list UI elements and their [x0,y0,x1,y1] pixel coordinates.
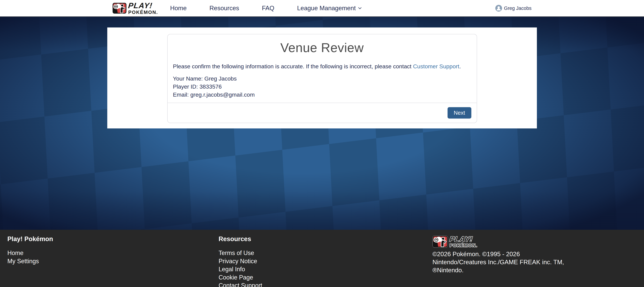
user-avatar-icon [495,5,502,11]
footer-link-my-settings[interactable]: My Settings [8,257,214,266]
nav-link-league-management-label: League Management [297,5,356,12]
copyright-notice: ©2026 Pokémon. ©1995 - 2026 Nintendo/Cre… [432,250,644,274]
venue-review-card-body: Venue Review Please confirm the followin… [168,34,477,103]
copyright-line-2: Nintendo/Creatures Inc./GAME FREAK inc. … [432,258,644,266]
copyright-line-1: ©2026 Pokémon. ©1995 - 2026 [432,250,644,258]
customer-support-link[interactable]: Customer Support [413,63,459,69]
nav-link-home[interactable]: Home [170,5,187,12]
footer-link-home[interactable]: Home [8,249,214,257]
footer-column-play-pokemon: Play! Pokémon Home My Settings [0,236,214,287]
nav-link-league-management[interactable]: League Management [297,5,362,12]
nav-link-resources[interactable]: Resources [210,5,239,12]
footer-heading-resources: Resources [218,236,429,243]
email-line: Email: greg.r.jacobs@gmail.com [173,91,471,99]
footer-column-resources: Resources Terms of Use Privacy Notice Le… [214,236,429,287]
main-area: Venue Review Please confirm the followin… [0,17,644,230]
footer-link-terms-of-use[interactable]: Terms of Use [218,249,429,257]
brand-pokemon-text: POKÉMON. [128,10,158,15]
footer-play-pokemon-wordmark: PLAY! POKÉMON. [450,236,478,248]
footer-play-pokemon-logo: PLAY! POKÉMON. [432,236,644,248]
nav-link-faq[interactable]: FAQ [262,5,274,12]
player-id-line: Player ID: 3833576 [173,82,471,91]
content-panel: Venue Review Please confirm the followin… [107,27,537,128]
instructions-text: Please confirm the following information… [173,63,413,69]
chevron-down-icon [358,6,362,10]
footer-brand-pokemon-text: POKÉMON. [450,243,478,248]
instructions-period: . [459,63,461,69]
play-pokemon-wordmark: PLAY! POKÉMON. [128,2,158,15]
copyright-line-3: ®Nintendo. [432,266,644,274]
footer-brand-play-text: PLAY! [449,236,478,243]
page-footer: Play! Pokémon Home My Settings Resources… [0,230,644,287]
your-name-line: Your Name: Greg Jacobs [173,74,471,82]
play-pokemon-logo-icon [112,3,126,14]
top-navbar: PLAY! POKÉMON. Home Resources FAQ League… [0,0,644,17]
next-button[interactable]: Next [448,107,471,119]
brand-play-text: PLAY! [128,2,158,9]
footer-link-privacy-notice[interactable]: Privacy Notice [218,257,429,266]
page-title: Venue Review [173,40,471,55]
footer-link-contact-support[interactable]: Contact Support [218,282,429,287]
footer-column-brand: PLAY! POKÉMON. ©2026 Pokémon. ©1995 - 20… [429,236,644,287]
footer-link-legal-info[interactable]: Legal Info [218,265,429,274]
venue-review-card-footer: Next [168,103,477,123]
confirmation-instructions: Please confirm the following information… [173,63,471,70]
user-menu[interactable]: Greg Jacobs [495,5,532,11]
user-name: Greg Jacobs [504,5,532,11]
footer-link-cookie-page[interactable]: Cookie Page [218,274,429,282]
venue-review-card: Venue Review Please confirm the followin… [167,34,477,123]
footer-heading-play-pokemon: Play! Pokémon [8,236,214,243]
play-pokemon-logo[interactable]: PLAY! POKÉMON. [112,2,158,15]
main-nav: Home Resources FAQ League Management [170,5,362,12]
footer-play-pokemon-logo-icon [432,236,448,248]
